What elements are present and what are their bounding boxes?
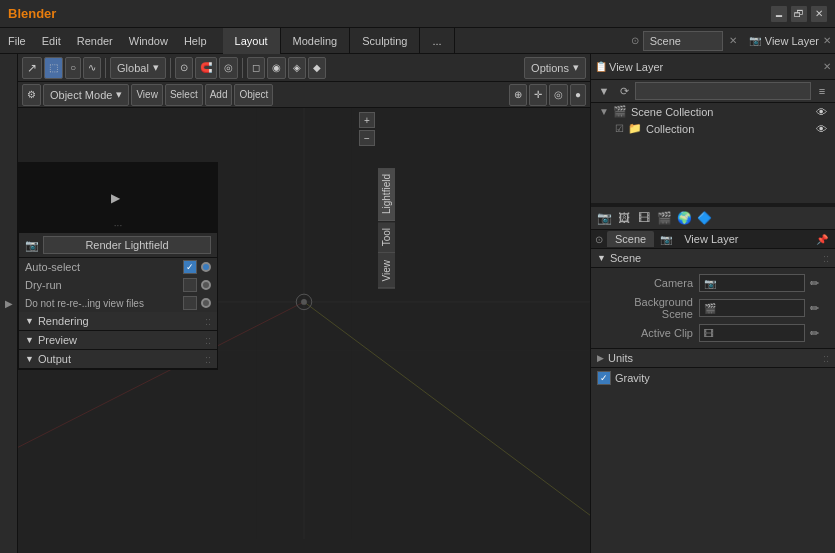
options-dropdown[interactable]: Options ▾: [524, 57, 586, 79]
sidebar-tabs: Lightfield Tool View: [378, 168, 395, 289]
outliner-search[interactable]: [635, 82, 811, 100]
scene-properties-body: Camera 📷 ✏ Background Scene 🎬 ✏ Acti: [591, 268, 835, 348]
gizmo-btn[interactable]: ✛: [529, 84, 547, 106]
object-menu-btn[interactable]: Object: [234, 84, 273, 106]
material-btn[interactable]: ◈: [288, 57, 306, 79]
outliner-collection[interactable]: ☑ 📁 Collection 👁: [591, 120, 835, 137]
zoom-in-btn[interactable]: +: [359, 112, 375, 128]
menu-file[interactable]: File: [0, 28, 34, 53]
scene-props-btn[interactable]: 🎬: [655, 209, 673, 227]
pin-btn[interactable]: 📌: [813, 230, 831, 248]
outliner-x-btn[interactable]: ✕: [823, 61, 831, 72]
menu-render[interactable]: Render: [69, 28, 121, 53]
sidebar-tab-tool[interactable]: Tool: [378, 222, 395, 253]
sidebar-tab-lightfield[interactable]: Lightfield: [378, 168, 395, 221]
x-icon[interactable]: ✕: [729, 35, 737, 46]
scene-collection-eye-icon[interactable]: 👁: [816, 106, 827, 118]
viewport-area: ↗ ⬚ ○ ∿ Global ▾ ⊙ 🧲 ◎ ◻ ◉ ◈ ◆ Options: [18, 54, 590, 553]
maximize-button[interactable]: 🗗: [791, 6, 807, 22]
scene-section-collapse[interactable]: ▼ Scene ::: [591, 249, 835, 268]
view-layer-props-tab[interactable]: View Layer: [676, 231, 746, 247]
rendering-section-header[interactable]: ▼ Rendering ::: [19, 312, 217, 331]
transform-orientation[interactable]: Global ▾: [110, 57, 166, 79]
view-layer-x-icon[interactable]: ✕: [823, 35, 831, 46]
scene-selector: ⊙ ✕: [623, 31, 745, 51]
preview-dots-icon: ::: [205, 334, 211, 346]
left-panel-toggle[interactable]: ▶: [0, 54, 18, 553]
do-not-reload-checkbox[interactable]: [183, 296, 197, 310]
workspace-modeling[interactable]: Modeling: [281, 28, 351, 54]
object-mode-dropdown[interactable]: Object Mode ▾: [43, 84, 129, 106]
camera-edit-btn[interactable]: ✏: [805, 274, 823, 292]
bg-scene-edit-btn[interactable]: ✏: [805, 299, 823, 317]
workspace-layout[interactable]: Layout: [223, 28, 281, 54]
sidebar-tab-view[interactable]: View: [378, 254, 395, 289]
render-props-btn[interactable]: 📷: [595, 209, 613, 227]
scene-props-tab[interactable]: Scene: [607, 231, 654, 247]
gravity-checkbox[interactable]: ✓: [597, 371, 611, 385]
sep2: [170, 58, 171, 78]
dry-run-checkbox[interactable]: [183, 278, 197, 292]
auto-select-radio[interactable]: [201, 262, 211, 272]
overlay-btn[interactable]: ⊕: [509, 84, 527, 106]
view-layer-label: View Layer: [765, 35, 819, 47]
active-clip-value[interactable]: 🎞: [699, 324, 805, 342]
view-layer-props-btn[interactable]: 🎞: [635, 209, 653, 227]
zoom-controls: + −: [359, 112, 375, 146]
clip-edit-btn[interactable]: ✏: [805, 324, 823, 342]
collection-folder-icon: 📁: [628, 122, 642, 135]
dry-run-row: Dry-run: [19, 276, 217, 294]
outliner-scene-collection[interactable]: ▼ 🎬 Scene Collection 👁: [591, 103, 835, 120]
box-select-btn[interactable]: ⬚: [44, 57, 63, 79]
select-menu-btn[interactable]: Select: [165, 84, 203, 106]
preview-section-header[interactable]: ▼ Preview ::: [19, 331, 217, 350]
auto-select-checkbox[interactable]: ✓: [183, 260, 197, 274]
dry-run-radio[interactable]: [201, 280, 211, 290]
render-lightfield-btn[interactable]: Render Lightfield: [43, 236, 211, 254]
solid-btn[interactable]: ◉: [267, 57, 286, 79]
menu-edit[interactable]: Edit: [34, 28, 69, 53]
collection-eye-icon[interactable]: 👁: [816, 123, 827, 135]
output-section-header[interactable]: ▼ Output ::: [19, 350, 217, 369]
play-icon[interactable]: ▶: [111, 191, 125, 205]
add-menu-btn[interactable]: Add: [205, 84, 233, 106]
menu-help[interactable]: Help: [176, 28, 215, 53]
rendered-btn[interactable]: ◆: [308, 57, 326, 79]
world-props-btn[interactable]: 🌍: [675, 209, 693, 227]
circle-select-btn[interactable]: ○: [65, 57, 81, 79]
minimize-button[interactable]: 🗕: [771, 6, 787, 22]
lasso-select-btn[interactable]: ∿: [83, 57, 101, 79]
output-props-btn[interactable]: 🖼: [615, 209, 633, 227]
pivot-btn[interactable]: ⊙: [175, 57, 193, 79]
units-section[interactable]: ▶ Units ::: [591, 349, 835, 368]
xray-btn[interactable]: ◎: [549, 84, 568, 106]
prop-edit-btn[interactable]: ◎: [219, 57, 238, 79]
outliner-filter-btn[interactable]: ▼: [595, 82, 613, 100]
scene-input[interactable]: [643, 31, 723, 51]
right-panel: 📋 View Layer ✕ ▼ ⟳ ≡ ▼ 🎬 Scene Collectio…: [590, 54, 835, 553]
workspace-more[interactable]: ...: [420, 28, 454, 54]
menu-window[interactable]: Window: [121, 28, 176, 53]
close-button[interactable]: ✕: [811, 6, 827, 22]
wireframe-btn[interactable]: ◻: [247, 57, 265, 79]
solid-shading-btn[interactable]: ●: [570, 84, 586, 106]
outliner-search-filter-btn[interactable]: ≡: [813, 82, 831, 100]
view-menu-btn[interactable]: View: [131, 84, 163, 106]
snap-btn[interactable]: 🧲: [195, 57, 217, 79]
rendering-dots-icon: ::: [205, 315, 211, 327]
active-clip-field: Active Clip 🎞 ✏: [597, 322, 829, 344]
camera-value[interactable]: 📷: [699, 274, 805, 292]
zoom-out-btn[interactable]: −: [359, 130, 375, 146]
auto-select-row: Auto-select ✓: [19, 258, 217, 276]
workspace-sculpting[interactable]: Sculpting: [350, 28, 420, 54]
active-clip-label: Active Clip: [603, 327, 693, 339]
outliner-sync-btn[interactable]: ⟳: [615, 82, 633, 100]
object-props-btn[interactable]: 🔷: [695, 209, 713, 227]
render-bar: 📷 Render Lightfield: [19, 233, 217, 258]
camera-field-icon: 📷: [704, 278, 716, 289]
background-scene-value[interactable]: 🎬: [699, 299, 805, 317]
viewport-settings-btn[interactable]: ⚙: [22, 84, 41, 106]
object-select-icon-btn[interactable]: ↗: [22, 57, 42, 79]
do-not-reload-radio[interactable]: [201, 298, 211, 308]
svg-line-9: [304, 302, 590, 515]
